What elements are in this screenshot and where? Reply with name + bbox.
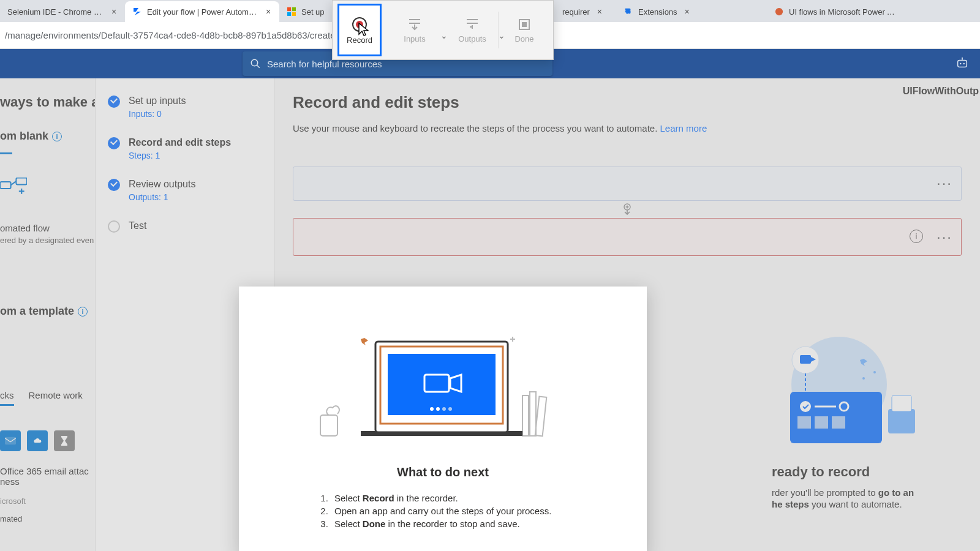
svg-point-8 bbox=[960, 63, 962, 65]
modal-step-1: Select Record in the recorder. bbox=[331, 493, 647, 503]
svg-rect-3 bbox=[292, 12, 296, 16]
browser-tab[interactable]: Selenium IDE - Chrome Web Stor × bbox=[0, 1, 125, 22]
powerautomate-icon bbox=[132, 7, 142, 17]
svg-point-9 bbox=[963, 63, 965, 65]
bot-icon[interactable] bbox=[956, 56, 969, 70]
toolbar-divider bbox=[498, 12, 499, 48]
svg-point-50 bbox=[442, 407, 446, 411]
svg-rect-0 bbox=[287, 7, 291, 11]
tab-title: Selenium IDE - Chrome Web Stor bbox=[7, 7, 104, 17]
svg-rect-38 bbox=[320, 415, 337, 436]
svg-rect-7 bbox=[958, 60, 967, 67]
browser-tab[interactable]: UI flows in Microsoft Power Au bbox=[767, 1, 902, 22]
close-icon[interactable]: × bbox=[595, 7, 605, 17]
tab-title: requirer bbox=[562, 7, 590, 17]
stop-icon bbox=[517, 17, 532, 32]
svg-point-49 bbox=[436, 407, 440, 411]
svg-marker-52 bbox=[361, 338, 368, 345]
search-icon bbox=[250, 58, 261, 69]
outputs-icon bbox=[464, 17, 480, 32]
svg-point-5 bbox=[251, 59, 258, 66]
svg-line-6 bbox=[257, 65, 260, 68]
svg-rect-41 bbox=[535, 397, 547, 437]
svg-rect-40 bbox=[530, 392, 536, 436]
done-label: Done bbox=[514, 34, 533, 43]
inputs-icon bbox=[407, 17, 423, 32]
inputs-button[interactable]: Inputs ⌄ bbox=[393, 7, 437, 53]
microsoft-icon bbox=[287, 7, 296, 17]
browser-tab[interactable]: Extensions × bbox=[616, 1, 767, 22]
chevron-down-icon[interactable]: ⌄ bbox=[440, 31, 448, 40]
cursor-icon bbox=[358, 22, 370, 38]
close-icon[interactable]: × bbox=[263, 7, 273, 17]
modal-step-2: Open an app and carry out the steps of y… bbox=[331, 506, 647, 516]
extension-icon bbox=[624, 7, 633, 17]
svg-rect-64 bbox=[522, 22, 527, 27]
svg-point-4 bbox=[775, 8, 783, 15]
browser-tab[interactable]: Set up bbox=[279, 1, 341, 22]
close-icon[interactable]: × bbox=[682, 7, 692, 17]
browser-tab[interactable]: requirer × bbox=[555, 1, 616, 22]
powerautomate-icon bbox=[774, 7, 784, 17]
tab-title: Set up bbox=[301, 7, 325, 17]
svg-rect-2 bbox=[287, 12, 291, 16]
modal-backdrop bbox=[0, 78, 274, 551]
modal-step-3: Select Done in the recorder to stop and … bbox=[331, 519, 647, 529]
modal-title: What to do next bbox=[239, 465, 647, 479]
svg-point-11 bbox=[962, 58, 963, 59]
app-body: ways to make a fl om blank i omated flow… bbox=[0, 78, 980, 551]
modal-steps-list: Select Record in the recorder. Open an a… bbox=[331, 493, 647, 529]
search-placeholder: Search for helpful resources bbox=[267, 59, 382, 69]
tab-title: Extensions bbox=[638, 7, 677, 17]
close-icon[interactable]: × bbox=[109, 7, 119, 17]
inputs-label: Inputs bbox=[404, 34, 425, 43]
done-button[interactable]: Done bbox=[502, 7, 546, 53]
svg-rect-45 bbox=[388, 354, 496, 415]
tab-title: Edit your flow | Power Automate bbox=[147, 7, 258, 17]
modal-illustration bbox=[239, 287, 647, 440]
svg-rect-39 bbox=[522, 395, 529, 436]
outputs-button[interactable]: Outputs ⌄ bbox=[450, 7, 494, 53]
outputs-label: Outputs bbox=[458, 34, 486, 43]
svg-rect-1 bbox=[292, 7, 296, 11]
svg-point-48 bbox=[430, 407, 434, 411]
tab-title: UI flows in Microsoft Power Au bbox=[789, 7, 895, 17]
what-to-do-modal: What to do next Select Record in the rec… bbox=[239, 287, 647, 551]
svg-point-51 bbox=[448, 407, 452, 411]
browser-tab-active[interactable]: Edit your flow | Power Automate × bbox=[125, 1, 279, 22]
